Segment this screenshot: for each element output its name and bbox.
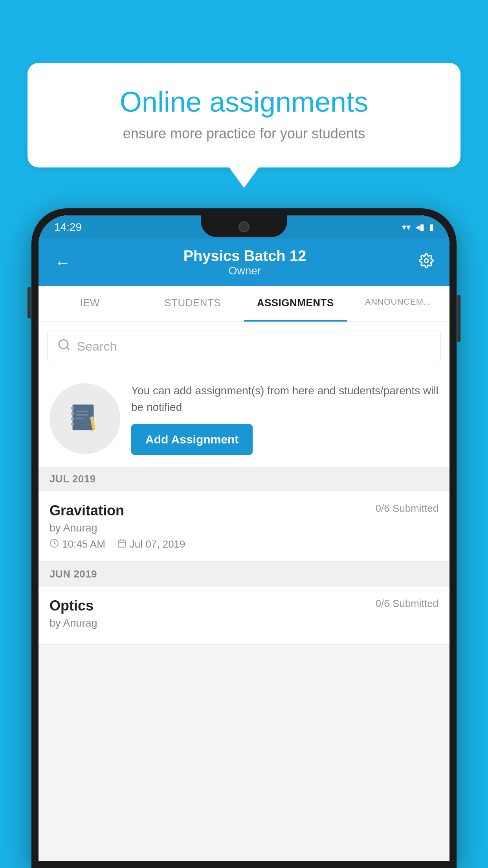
notebook-icon bbox=[67, 401, 103, 436]
svg-rect-15 bbox=[118, 540, 125, 547]
status-icons: ▾▾ ◂▮ ▮ bbox=[402, 222, 434, 232]
assignment-item-top-optics: Optics 0/6 Submitted bbox=[50, 598, 438, 614]
assignment-by: by Anurag bbox=[50, 522, 438, 534]
assignment-submitted-optics: 0/6 Submitted bbox=[376, 598, 438, 610]
tabs-bar: IEW STUDENTS ASSIGNMENTS ANNOUNCEM... bbox=[39, 286, 449, 322]
promo-text-block: You can add assignment(s) from here and … bbox=[131, 383, 438, 455]
header-title-block: Physics Batch 12 Owner bbox=[71, 248, 419, 277]
settings-button[interactable] bbox=[419, 253, 434, 272]
tab-students[interactable]: STUDENTS bbox=[141, 286, 244, 322]
promo-icon-circle bbox=[50, 383, 120, 454]
svg-point-0 bbox=[424, 259, 428, 263]
volume-button-left bbox=[28, 287, 31, 318]
svg-rect-8 bbox=[76, 411, 89, 412]
assignment-meta: 10:45 AM Jul 07, 2019 bbox=[50, 538, 438, 550]
tab-announcements[interactable]: ANNOUNCEM... bbox=[347, 286, 450, 322]
assignment-name: Gravitation bbox=[50, 502, 124, 519]
phone-notch bbox=[201, 215, 287, 237]
tab-iew[interactable]: IEW bbox=[39, 286, 141, 322]
promo-block: You can add assignment(s) from here and … bbox=[39, 371, 449, 467]
back-button[interactable]: ← bbox=[54, 253, 71, 272]
section-header-jul: JUL 2019 bbox=[39, 467, 449, 491]
assignment-time: 10:45 AM bbox=[50, 538, 105, 550]
svg-rect-5 bbox=[71, 412, 74, 415]
promo-description: You can add assignment(s) from here and … bbox=[131, 383, 438, 416]
svg-rect-10 bbox=[76, 418, 84, 419]
assignment-submitted: 0/6 Submitted bbox=[376, 502, 438, 515]
clock-icon bbox=[50, 539, 59, 550]
speech-bubble-title: Online assignments bbox=[55, 86, 433, 118]
assignment-item-optics[interactable]: Optics 0/6 Submitted by Anurag bbox=[39, 587, 449, 645]
assignment-item-gravitation[interactable]: Gravitation 0/6 Submitted by Anurag 10:4… bbox=[39, 491, 449, 562]
signal-icon: ◂▮ bbox=[415, 222, 424, 232]
section-header-jun: JUN 2019 bbox=[39, 562, 449, 587]
search-bar[interactable]: Search bbox=[47, 331, 441, 362]
search-placeholder: Search bbox=[77, 339, 117, 354]
speech-bubble: Online assignments ensure more practice … bbox=[28, 63, 460, 167]
assignment-item-top: Gravitation 0/6 Submitted bbox=[50, 502, 438, 519]
phone-screen: 14:29 ▾▾ ◂▮ ▮ ← Physics Batch 12 Owner bbox=[39, 215, 449, 861]
header-title: Physics Batch 12 bbox=[71, 248, 419, 265]
front-camera bbox=[238, 221, 250, 232]
tab-assignments[interactable]: ASSIGNMENTS bbox=[244, 286, 347, 322]
power-button-right bbox=[457, 295, 460, 342]
header-subtitle: Owner bbox=[71, 265, 419, 277]
assignment-name-optics: Optics bbox=[50, 598, 94, 614]
app-header: ← Physics Batch 12 Owner bbox=[39, 239, 449, 286]
speech-bubble-container: Online assignments ensure more practice … bbox=[28, 63, 460, 167]
add-assignment-button[interactable]: Add Assignment bbox=[131, 424, 253, 455]
phone-frame: 14:29 ▾▾ ◂▮ ▮ ← Physics Batch 12 Owner bbox=[31, 208, 457, 868]
assignment-by-optics: by Anurag bbox=[50, 617, 438, 629]
assignment-date: Jul 07, 2019 bbox=[117, 538, 185, 550]
svg-rect-7 bbox=[71, 423, 74, 425]
content-area: Search bbox=[39, 322, 449, 645]
battery-icon: ▮ bbox=[429, 222, 434, 232]
wifi-icon: ▾▾ bbox=[402, 222, 411, 232]
svg-rect-4 bbox=[71, 407, 74, 410]
calendar-icon bbox=[117, 539, 127, 550]
svg-rect-9 bbox=[76, 414, 89, 416]
svg-line-2 bbox=[67, 348, 69, 350]
svg-rect-6 bbox=[71, 418, 74, 420]
speech-bubble-subtitle: ensure more practice for your students bbox=[55, 125, 433, 142]
search-icon bbox=[57, 338, 71, 355]
status-time: 14:29 bbox=[54, 221, 82, 234]
